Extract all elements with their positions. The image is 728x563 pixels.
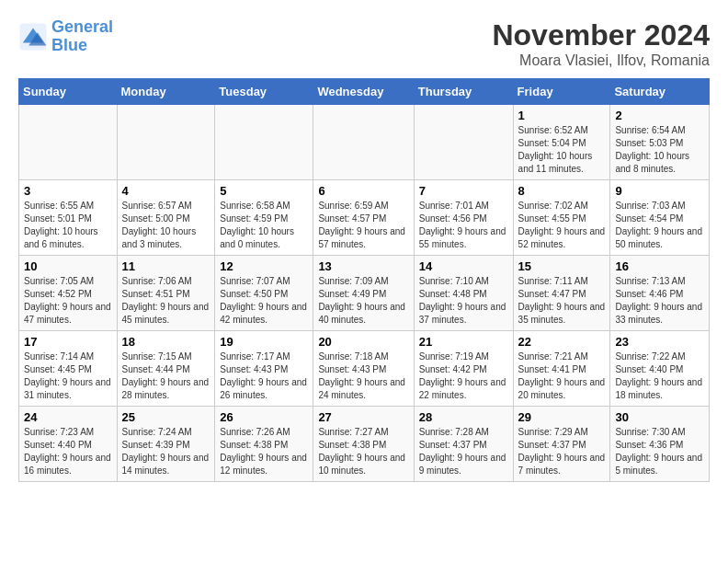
day-info: Sunrise: 7:28 AM Sunset: 4:37 PM Dayligh…	[419, 426, 508, 477]
day-info: Sunrise: 6:58 AM Sunset: 4:59 PM Dayligh…	[220, 200, 308, 251]
day-info: Sunrise: 6:57 AM Sunset: 5:00 PM Dayligh…	[122, 200, 210, 251]
day-number: 3	[24, 184, 112, 198]
day-number: 24	[24, 410, 112, 424]
calendar-cell: 25Sunrise: 7:24 AM Sunset: 4:39 PM Dayli…	[117, 407, 215, 482]
weekday-header-monday: Monday	[117, 79, 215, 105]
title-area: November 2024 Moara Vlasiei, Ilfov, Roma…	[492, 18, 710, 69]
day-number: 5	[220, 184, 308, 198]
logo-line1: General	[51, 17, 113, 36]
day-info: Sunrise: 6:55 AM Sunset: 5:01 PM Dayligh…	[24, 200, 112, 251]
calendar-table: SundayMondayTuesdayWednesdayThursdayFrid…	[18, 78, 710, 482]
calendar-cell	[313, 105, 414, 180]
day-info: Sunrise: 6:54 AM Sunset: 5:03 PM Dayligh…	[615, 124, 704, 176]
day-info: Sunrise: 7:22 AM Sunset: 4:40 PM Dayligh…	[615, 350, 704, 402]
day-info: Sunrise: 7:18 AM Sunset: 4:43 PM Dayligh…	[318, 350, 408, 402]
day-number: 28	[419, 410, 508, 424]
calendar-cell	[19, 105, 118, 180]
week-row-1: 1Sunrise: 6:52 AM Sunset: 5:04 PM Daylig…	[19, 105, 710, 180]
day-info: Sunrise: 7:19 AM Sunset: 4:42 PM Dayligh…	[419, 350, 508, 402]
day-number: 1	[518, 109, 606, 122]
day-number: 7	[419, 184, 508, 198]
day-info: Sunrise: 7:29 AM Sunset: 4:37 PM Dayligh…	[518, 426, 606, 477]
calendar-cell: 26Sunrise: 7:26 AM Sunset: 4:38 PM Dayli…	[215, 407, 313, 482]
day-info: Sunrise: 7:11 AM Sunset: 4:47 PM Dayligh…	[518, 275, 606, 327]
day-number: 16	[615, 259, 704, 273]
week-row-3: 10Sunrise: 7:05 AM Sunset: 4:52 PM Dayli…	[19, 256, 710, 331]
day-number: 30	[615, 410, 704, 424]
calendar-cell: 28Sunrise: 7:28 AM Sunset: 4:37 PM Dayli…	[414, 407, 513, 482]
calendar-cell: 13Sunrise: 7:09 AM Sunset: 4:49 PM Dayli…	[313, 256, 414, 331]
day-info: Sunrise: 6:52 AM Sunset: 5:04 PM Dayligh…	[518, 124, 606, 176]
day-number: 8	[518, 184, 606, 198]
logo-icon	[18, 22, 48, 52]
day-number: 25	[122, 410, 210, 424]
day-number: 4	[122, 184, 210, 198]
logo-text: General Blue	[51, 18, 113, 55]
weekday-header-wednesday: Wednesday	[313, 79, 414, 105]
calendar-cell: 30Sunrise: 7:30 AM Sunset: 4:36 PM Dayli…	[610, 407, 710, 482]
day-number: 10	[24, 259, 112, 273]
day-number: 18	[122, 335, 210, 349]
calendar-cell: 20Sunrise: 7:18 AM Sunset: 4:43 PM Dayli…	[313, 331, 414, 407]
day-info: Sunrise: 7:15 AM Sunset: 4:44 PM Dayligh…	[122, 350, 210, 402]
day-info: Sunrise: 7:06 AM Sunset: 4:51 PM Dayligh…	[122, 275, 210, 327]
day-info: Sunrise: 7:27 AM Sunset: 4:38 PM Dayligh…	[318, 426, 408, 477]
day-number: 27	[318, 410, 408, 424]
calendar-cell: 6Sunrise: 6:59 AM Sunset: 4:57 PM Daylig…	[313, 180, 414, 256]
day-info: Sunrise: 7:26 AM Sunset: 4:38 PM Dayligh…	[220, 426, 308, 477]
day-info: Sunrise: 7:24 AM Sunset: 4:39 PM Dayligh…	[122, 426, 210, 477]
calendar-cell: 23Sunrise: 7:22 AM Sunset: 4:40 PM Dayli…	[610, 331, 710, 407]
calendar-title: November 2024	[492, 18, 710, 52]
day-number: 26	[220, 410, 308, 424]
day-info: Sunrise: 7:02 AM Sunset: 4:55 PM Dayligh…	[518, 200, 606, 251]
day-info: Sunrise: 6:59 AM Sunset: 4:57 PM Dayligh…	[318, 200, 408, 251]
day-info: Sunrise: 7:13 AM Sunset: 4:46 PM Dayligh…	[615, 275, 704, 327]
day-info: Sunrise: 7:21 AM Sunset: 4:41 PM Dayligh…	[518, 350, 606, 402]
page-header: General Blue November 2024 Moara Vlasiei…	[18, 18, 710, 69]
calendar-cell: 9Sunrise: 7:03 AM Sunset: 4:54 PM Daylig…	[610, 180, 710, 256]
day-number: 21	[419, 335, 508, 349]
day-info: Sunrise: 7:03 AM Sunset: 4:54 PM Dayligh…	[615, 200, 704, 251]
day-info: Sunrise: 7:14 AM Sunset: 4:45 PM Dayligh…	[24, 350, 112, 402]
calendar-cell: 14Sunrise: 7:10 AM Sunset: 4:48 PM Dayli…	[414, 256, 513, 331]
weekday-header-sunday: Sunday	[19, 79, 118, 105]
calendar-cell: 12Sunrise: 7:07 AM Sunset: 4:50 PM Dayli…	[215, 256, 313, 331]
day-number: 14	[419, 259, 508, 273]
day-number: 12	[220, 259, 308, 273]
weekday-header-thursday: Thursday	[414, 79, 513, 105]
weekday-header-row: SundayMondayTuesdayWednesdayThursdayFrid…	[19, 79, 710, 105]
day-number: 29	[518, 410, 606, 424]
calendar-subtitle: Moara Vlasiei, Ilfov, Romania	[492, 52, 710, 69]
day-number: 23	[615, 335, 704, 349]
calendar-cell: 19Sunrise: 7:17 AM Sunset: 4:43 PM Dayli…	[215, 331, 313, 407]
calendar-cell: 22Sunrise: 7:21 AM Sunset: 4:41 PM Dayli…	[513, 331, 610, 407]
logo: General Blue	[18, 18, 113, 55]
day-number: 11	[122, 259, 210, 273]
logo-line2: Blue	[51, 36, 87, 54]
calendar-cell	[117, 105, 215, 180]
calendar-cell: 8Sunrise: 7:02 AM Sunset: 4:55 PM Daylig…	[513, 180, 610, 256]
calendar-cell: 21Sunrise: 7:19 AM Sunset: 4:42 PM Dayli…	[414, 331, 513, 407]
calendar-cell: 24Sunrise: 7:23 AM Sunset: 4:40 PM Dayli…	[19, 407, 118, 482]
calendar-cell: 4Sunrise: 6:57 AM Sunset: 5:00 PM Daylig…	[117, 180, 215, 256]
calendar-cell: 29Sunrise: 7:29 AM Sunset: 4:37 PM Dayli…	[513, 407, 610, 482]
day-number: 22	[518, 335, 606, 349]
weekday-header-tuesday: Tuesday	[215, 79, 313, 105]
calendar-cell: 5Sunrise: 6:58 AM Sunset: 4:59 PM Daylig…	[215, 180, 313, 256]
weekday-header-friday: Friday	[513, 79, 610, 105]
day-info: Sunrise: 7:23 AM Sunset: 4:40 PM Dayligh…	[24, 426, 112, 477]
day-number: 15	[518, 259, 606, 273]
day-info: Sunrise: 7:30 AM Sunset: 4:36 PM Dayligh…	[615, 426, 704, 477]
day-info: Sunrise: 7:05 AM Sunset: 4:52 PM Dayligh…	[24, 275, 112, 327]
day-info: Sunrise: 7:09 AM Sunset: 4:49 PM Dayligh…	[318, 275, 408, 327]
day-number: 2	[615, 109, 704, 122]
calendar-cell: 11Sunrise: 7:06 AM Sunset: 4:51 PM Dayli…	[117, 256, 215, 331]
calendar-cell: 10Sunrise: 7:05 AM Sunset: 4:52 PM Dayli…	[19, 256, 118, 331]
day-number: 20	[318, 335, 408, 349]
calendar-cell	[414, 105, 513, 180]
calendar-cell	[215, 105, 313, 180]
calendar-cell: 7Sunrise: 7:01 AM Sunset: 4:56 PM Daylig…	[414, 180, 513, 256]
calendar-cell: 3Sunrise: 6:55 AM Sunset: 5:01 PM Daylig…	[19, 180, 118, 256]
calendar-cell: 27Sunrise: 7:27 AM Sunset: 4:38 PM Dayli…	[313, 407, 414, 482]
day-info: Sunrise: 7:07 AM Sunset: 4:50 PM Dayligh…	[220, 275, 308, 327]
